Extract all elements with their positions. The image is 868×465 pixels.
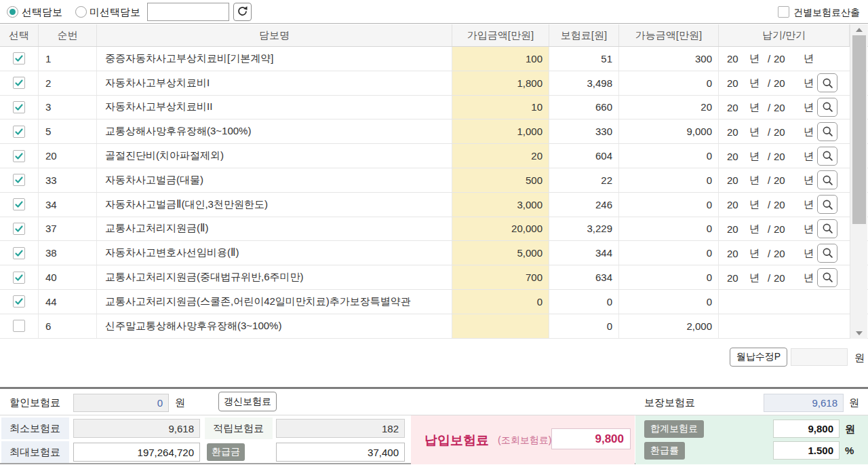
row-amount-cell[interactable] bbox=[452, 314, 549, 338]
row-checkbox[interactable] bbox=[13, 272, 25, 284]
renewal-premium-button[interactable]: 갱신보험료 bbox=[218, 392, 277, 411]
discount-premium-input[interactable]: 0 bbox=[73, 394, 169, 412]
row-checkbox[interactable] bbox=[13, 198, 25, 210]
max-premium-input[interactable]: 197,264,720 bbox=[73, 443, 200, 462]
row-premium-cell: 660 bbox=[549, 96, 619, 119]
row-term-slash: / bbox=[768, 77, 770, 89]
row-seq: 3 bbox=[39, 96, 97, 119]
row-amount-cell[interactable]: 20,000 bbox=[452, 217, 549, 241]
check-icon bbox=[14, 273, 24, 282]
rate-unit-label: % bbox=[845, 445, 854, 456]
scroll-down-arrow[interactable] bbox=[850, 328, 868, 339]
min-premium-input[interactable]: 9,618 bbox=[73, 419, 200, 438]
refund-input[interactable]: 37,400 bbox=[276, 443, 405, 462]
row-maturity-years: 20 bbox=[774, 223, 785, 234]
check-icon bbox=[14, 54, 24, 63]
total-premium-button[interactable]: 합계보험료 bbox=[644, 420, 704, 438]
search-icon bbox=[822, 150, 833, 162]
row-possible-cell: 0 bbox=[619, 168, 719, 192]
row-coverage-name: 자동차사고변호사선임비용(Ⅱ) bbox=[97, 241, 452, 265]
row-amount-cell[interactable]: 0 bbox=[452, 290, 549, 314]
row-coverage-name: 골절진단비(치아파절제외) bbox=[97, 144, 452, 168]
search-icon-button[interactable] bbox=[817, 98, 837, 117]
row-pay-years-unit: 년 bbox=[749, 77, 760, 90]
header-possible-amount: 가능금액[만원] bbox=[619, 24, 719, 46]
row-checkbox[interactable] bbox=[13, 223, 25, 235]
row-maturity-years-unit: 년 bbox=[804, 149, 814, 162]
row-amount-cell[interactable]: 10 bbox=[452, 96, 549, 119]
row-possible-cell: 9,000 bbox=[619, 119, 719, 143]
total-premium-input[interactable]: 9,800 bbox=[773, 420, 840, 438]
row-pay-years: 20 bbox=[727, 272, 738, 283]
search-icon-button[interactable] bbox=[817, 268, 837, 287]
selected-coverage-radio[interactable] bbox=[7, 6, 18, 18]
row-coverage-name: 자동차사고벌금Ⅱ(대인,3천만원한도) bbox=[97, 193, 452, 217]
row-checkbox[interactable] bbox=[13, 320, 25, 332]
row-term-slash: / bbox=[768, 53, 770, 64]
row-checkbox[interactable] bbox=[13, 150, 25, 162]
max-premium-label: 최대보험료 bbox=[1, 441, 69, 463]
coverage-search-input[interactable] bbox=[147, 3, 229, 21]
scroll-up-arrow[interactable] bbox=[850, 24, 868, 35]
row-pay-years-unit: 년 bbox=[749, 149, 760, 162]
monthly-unit-label: 원 bbox=[854, 352, 865, 365]
payment-premium-input[interactable]: 9,800 bbox=[551, 428, 631, 449]
row-checkbox[interactable] bbox=[13, 247, 25, 259]
row-checkbox[interactable] bbox=[13, 101, 25, 113]
monthly-adjust-button[interactable]: 월납수정P bbox=[730, 348, 787, 367]
search-icon-button[interactable] bbox=[817, 122, 837, 141]
row-seq: 6 bbox=[39, 314, 97, 338]
row-amount-cell[interactable]: 100 bbox=[452, 47, 549, 71]
per-case-premium-label: 건별보험료산출 bbox=[793, 7, 860, 19]
row-checkbox[interactable] bbox=[13, 126, 25, 138]
row-maturity-years-unit: 년 bbox=[804, 100, 814, 113]
unselected-coverage-radio[interactable] bbox=[75, 6, 87, 18]
row-premium-cell: 246 bbox=[549, 193, 619, 217]
header-amount: 가입금액[만원] bbox=[452, 24, 549, 46]
search-icon-button[interactable] bbox=[817, 170, 837, 189]
row-coverage-name: 자동차사고부상치료비I bbox=[97, 71, 452, 95]
table-row: 37 교통사고처리지원금(Ⅱ) 20,000 3,229 0 20 년 / 20… bbox=[0, 217, 868, 242]
search-icon-button[interactable] bbox=[817, 195, 837, 214]
search-icon-button[interactable] bbox=[817, 73, 837, 92]
refund-rate-input[interactable]: 1.500 bbox=[773, 441, 840, 460]
row-checkbox[interactable] bbox=[13, 174, 25, 186]
row-possible-cell: 0 bbox=[619, 217, 719, 241]
refund-button[interactable]: 환급금 bbox=[207, 443, 245, 461]
row-possible-cell: 0 bbox=[619, 144, 719, 168]
row-checkbox[interactable] bbox=[13, 77, 25, 89]
search-icon-button[interactable] bbox=[817, 244, 837, 263]
row-amount-cell[interactable]: 1,000 bbox=[452, 119, 549, 143]
accum-premium-input[interactable]: 182 bbox=[276, 419, 405, 438]
row-maturity-years: 20 bbox=[774, 101, 785, 113]
row-coverage-name: 교통상해사망후유장해(3~100%) bbox=[97, 119, 452, 143]
row-premium-cell: 3,498 bbox=[549, 71, 619, 95]
row-seq: 33 bbox=[39, 168, 97, 192]
scrollbar-thumb[interactable] bbox=[852, 35, 866, 224]
row-pay-years: 20 bbox=[727, 53, 738, 64]
row-premium-cell: 0 bbox=[549, 290, 619, 314]
row-possible-cell: 0 bbox=[619, 241, 719, 265]
row-amount-cell[interactable]: 700 bbox=[452, 265, 549, 289]
row-amount-cell[interactable]: 5,000 bbox=[452, 241, 549, 265]
refresh-button[interactable] bbox=[233, 3, 252, 21]
per-case-premium-checkbox[interactable] bbox=[778, 6, 789, 18]
table-scrollbar[interactable] bbox=[850, 24, 867, 339]
monthly-adjust-input[interactable] bbox=[791, 348, 848, 366]
row-checkbox[interactable] bbox=[13, 295, 25, 308]
row-amount-cell[interactable]: 20 bbox=[452, 144, 549, 168]
row-pay-years-unit: 년 bbox=[749, 222, 760, 235]
row-maturity-years-unit: 년 bbox=[804, 271, 814, 284]
row-checkbox[interactable] bbox=[13, 52, 25, 64]
check-icon bbox=[14, 103, 24, 112]
row-amount-cell[interactable]: 500 bbox=[452, 168, 549, 192]
row-maturity-years: 20 bbox=[774, 174, 785, 186]
row-pay-years: 20 bbox=[727, 126, 738, 137]
row-amount-cell[interactable]: 3,000 bbox=[452, 193, 549, 217]
search-icon-button[interactable] bbox=[817, 147, 837, 166]
search-icon-button[interactable] bbox=[817, 219, 837, 238]
refund-rate-button[interactable]: 환급률 bbox=[644, 442, 685, 460]
table-row: 34 자동차사고벌금Ⅱ(대인,3천만원한도) 3,000 246 0 20 년 … bbox=[0, 193, 868, 217]
guarantee-premium-input[interactable]: 9,618 bbox=[764, 394, 844, 412]
row-amount-cell[interactable]: 1,800 bbox=[452, 71, 549, 95]
